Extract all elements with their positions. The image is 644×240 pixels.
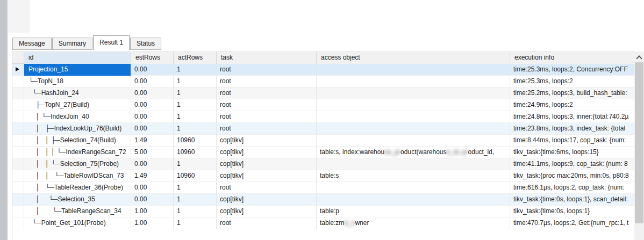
row-header-cell[interactable] (12, 76, 24, 88)
cell-task[interactable]: root (217, 88, 317, 99)
tab-message[interactable]: Message (12, 38, 52, 50)
table-row[interactable]: │ │ └─Selection_75(Probe)0.001cop[tikv]t… (12, 158, 644, 170)
cell-estRows[interactable]: 0.00 (131, 158, 174, 170)
cell-task[interactable]: cop[tikv] (217, 206, 317, 217)
cell-estRows[interactable]: 5.00 (131, 147, 174, 158)
tab-result-1[interactable]: Result 1 (93, 35, 130, 50)
cell-actRows[interactable]: 1 (174, 76, 217, 88)
cell-access[interactable] (317, 99, 510, 111)
cell-access[interactable] (317, 158, 510, 170)
cell-actRows[interactable]: 1 (174, 217, 217, 229)
cell-actRows[interactable]: 1 (174, 64, 217, 76)
cell-estRows[interactable]: 1.49 (131, 170, 174, 182)
cell-actRows[interactable]: 1 (174, 206, 217, 217)
cell-id[interactable]: └─TopN_18 (24, 76, 131, 88)
row-header-cell[interactable] (12, 88, 24, 99)
row-header-cell[interactable] (12, 194, 24, 206)
cell-task[interactable]: root (217, 217, 317, 229)
tab-status[interactable]: Status (130, 38, 161, 50)
cell-id[interactable]: └─Point_Get_101(Probe) (24, 217, 131, 229)
scrollbar-thumb[interactable] (635, 62, 643, 223)
cell-estRows[interactable]: 1.00 (131, 217, 174, 229)
cell-id[interactable]: └─HashJoin_24 (24, 88, 131, 99)
cell-exec[interactable]: time:25.3ms, loops:2 (510, 76, 635, 88)
cell-task[interactable]: root (217, 123, 317, 135)
cell-id[interactable]: │ └─Selection_35 (24, 194, 131, 206)
cell-exec[interactable]: time:24.8ms, loops:3, inner:{total:740.2… (510, 111, 635, 123)
cell-actRows[interactable]: 1 (174, 182, 217, 194)
cell-estRows[interactable]: 0.00 (131, 182, 174, 194)
cell-exec[interactable]: time:41.1ms, loops:9, cop_task: {num: 8 (510, 158, 635, 170)
column-header-exec[interactable]: execution info (510, 52, 635, 64)
cell-id[interactable]: ├─TopN_27(Build) (24, 99, 131, 111)
cell-exec[interactable]: tikv_task:{time:6ms, loops:15} (510, 147, 635, 158)
cell-actRows[interactable]: 1 (174, 158, 217, 170)
row-header-cell[interactable] (12, 158, 24, 170)
cell-estRows[interactable]: 0.00 (131, 123, 174, 135)
table-row[interactable]: └─Point_Get_101(Probe)1.001roottable:zmd… (12, 217, 644, 229)
cell-task[interactable]: root (217, 182, 317, 194)
cell-access[interactable]: table:p (317, 206, 510, 217)
cell-actRows[interactable]: 1 (174, 111, 217, 123)
cell-exec[interactable]: tikv_task:{time:0s, loops:1} (510, 206, 635, 217)
cell-id[interactable]: │ │ │ └─IndexRangeScan_72 (24, 147, 131, 158)
column-header-estRows[interactable]: estRows (131, 52, 174, 64)
cell-access[interactable]: table:s (317, 170, 510, 182)
cell-task[interactable]: root (217, 111, 317, 123)
cell-access[interactable] (317, 88, 510, 99)
cell-task[interactable]: cop[tikv] (217, 135, 317, 147)
cell-access[interactable] (317, 194, 510, 206)
cell-actRows[interactable]: 1 (174, 194, 217, 206)
cell-task[interactable]: root (217, 64, 317, 76)
cell-estRows[interactable]: 0.00 (131, 194, 174, 206)
cell-exec[interactable]: time:8.44ms, loops:17, cop_task: {num: (510, 135, 635, 147)
cell-task[interactable]: root (217, 76, 317, 88)
cell-task[interactable]: root (217, 99, 317, 111)
cell-exec[interactable]: tikv_task:{time:0s, loops:1}, scan_detai… (510, 194, 635, 206)
cell-exec[interactable]: time:470.7µs, loops:2, Get:{num_rpc:1, t (510, 217, 635, 229)
cell-task[interactable]: cop[tikv] (217, 147, 317, 158)
cell-exec[interactable]: time:25.2ms, loops:3, build_hash_table: (510, 88, 635, 99)
cell-actRows[interactable]: 1 (174, 99, 217, 111)
column-header-task[interactable]: task (217, 52, 317, 64)
cell-estRows[interactable]: 0.00 (131, 99, 174, 111)
cell-access[interactable] (317, 76, 510, 88)
row-header-cell[interactable] (12, 147, 24, 158)
cell-actRows[interactable]: 10960 (174, 147, 217, 158)
cell-task[interactable]: cop[tikv] (217, 158, 317, 170)
row-header-cell[interactable] (12, 99, 24, 111)
cell-actRows[interactable]: 1 (174, 88, 217, 99)
row-header-cell[interactable] (12, 64, 24, 76)
cell-exec[interactable]: time:23.8ms, loops:3, index_task: {total (510, 123, 635, 135)
column-header-id[interactable]: id (24, 52, 131, 64)
cell-task[interactable]: cop[tikv] (217, 194, 317, 206)
vertical-scrollbar[interactable] (634, 52, 644, 240)
cell-access[interactable] (317, 123, 510, 135)
cell-access[interactable] (317, 64, 510, 76)
cell-estRows[interactable]: 0.00 (131, 76, 174, 88)
row-header-cell[interactable] (12, 217, 24, 229)
cell-access[interactable]: table:s, index:warehouse_product(warehou… (317, 147, 510, 158)
row-header-cell[interactable] (12, 206, 24, 217)
cell-estRows[interactable]: 1.00 (131, 206, 174, 217)
table-row[interactable]: │ └─TableRangeScan_341.001cop[tikv]table… (12, 206, 644, 217)
cell-exec[interactable]: time:24.9ms, loops:2 (510, 99, 635, 111)
cell-id[interactable]: │ ├─IndexLookUp_76(Build) (24, 123, 131, 135)
table-row[interactable]: │ │ └─TableRowIDScan_731.4910960cop[tikv… (12, 170, 644, 182)
table-row[interactable]: └─HashJoin_240.001roottime:25.2ms, loops… (12, 88, 644, 99)
cell-exec[interactable]: time:25.3ms, loops:2, Concurrency:OFF (510, 64, 635, 76)
cell-estRows[interactable]: 1.49 (131, 135, 174, 147)
table-row[interactable]: Projection_150.001roottime:25.3ms, loops… (12, 64, 644, 76)
cell-id[interactable]: │ │ └─Selection_75(Probe) (24, 158, 131, 170)
table-row[interactable]: ├─TopN_27(Build)0.001roottime:24.9ms, lo… (12, 99, 644, 111)
table-row[interactable]: │ ├─IndexLookUp_76(Build)0.001roottime:2… (12, 123, 644, 135)
tab-summary[interactable]: Summary (52, 38, 92, 50)
cell-estRows[interactable]: 0.00 (131, 88, 174, 99)
cell-access[interactable]: table:zmd_owner (317, 217, 510, 229)
row-header-cell[interactable] (12, 135, 24, 147)
cell-access[interactable] (317, 135, 510, 147)
cell-exec[interactable]: tikv_task:{proc max:20ms, min:0s, p80:8 (510, 170, 635, 182)
grid-corner-cell[interactable] (12, 52, 24, 63)
cell-access[interactable] (317, 111, 510, 123)
column-header-actRows[interactable]: actRows (174, 52, 217, 64)
